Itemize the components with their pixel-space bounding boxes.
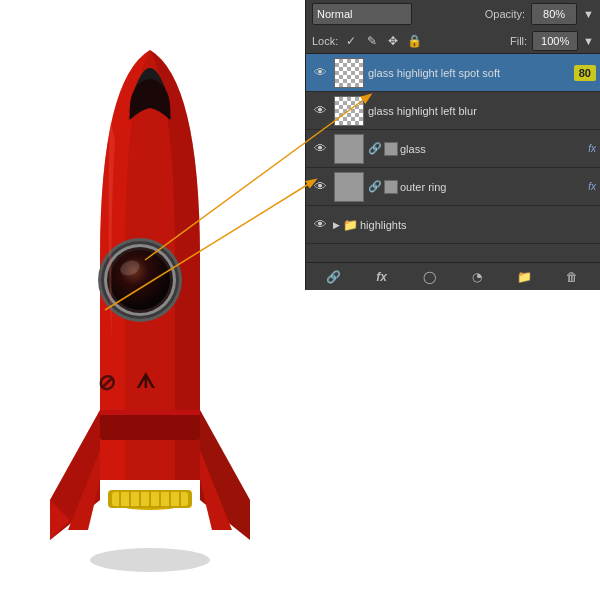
layer-row-highlights-folder[interactable]: 👁 ▶ 📁 highlights xyxy=(306,206,600,244)
fill-label: Fill: xyxy=(510,35,527,47)
fx-bottom-icon[interactable]: fx xyxy=(370,266,392,288)
blend-mode-select[interactable]: Normal Dissolve Multiply Screen xyxy=(312,3,412,25)
group-bottom-icon[interactable]: 📁 xyxy=(513,266,535,288)
layer-row-outer-ring[interactable]: 👁 🔗 outer ring fx xyxy=(306,168,600,206)
lock-check-icon[interactable]: ✓ xyxy=(343,33,359,49)
opacity-arrow[interactable]: ▼ xyxy=(583,8,594,20)
layer-name-3: glass xyxy=(400,143,584,155)
eye-icon-3[interactable]: 👁 xyxy=(310,139,330,159)
panel-topbar: Normal Dissolve Multiply Screen Opacity:… xyxy=(306,0,600,28)
layer-thumb-1 xyxy=(334,58,364,88)
svg-text:⊘: ⊘ xyxy=(96,370,116,395)
lock-padlock-icon[interactable]: 🔒 xyxy=(406,33,422,49)
mask-bottom-icon[interactable]: ◯ xyxy=(418,266,440,288)
adjustment-bottom-icon[interactable]: ◔ xyxy=(466,266,488,288)
layer-thumb-mask-4 xyxy=(384,180,398,194)
opacity-label: Opacity: xyxy=(485,8,525,20)
eye-icon-5[interactable]: 👁 xyxy=(310,215,330,235)
folder-icon-5: 📁 xyxy=(342,217,358,233)
layer-thumb-4 xyxy=(334,172,364,202)
opacity-input[interactable] xyxy=(531,3,577,25)
layer-name-2: glass highlight left blur xyxy=(368,105,596,117)
fx-label-3: fx xyxy=(588,143,596,154)
panel-bottombar: 🔗 fx ◯ ◔ 📁 🗑 xyxy=(306,262,600,290)
chain-icon-3: 🔗 xyxy=(368,139,382,159)
lock-brush-icon[interactable]: ✎ xyxy=(364,33,380,49)
svg-rect-2 xyxy=(100,410,200,415)
lock-label: Lock: xyxy=(312,35,338,47)
eye-icon-2[interactable]: 👁 xyxy=(310,101,330,121)
link-bottom-icon[interactable]: 🔗 xyxy=(323,266,345,288)
eye-icon-4[interactable]: 👁 xyxy=(310,177,330,197)
rocket-illustration: ⊘ ᗑ xyxy=(0,0,310,600)
trash-bottom-icon[interactable]: 🗑 xyxy=(561,266,583,288)
layer-row-glass-highlight-spot[interactable]: 👁 glass highlight left spot soft 80 xyxy=(306,54,600,92)
layer-thumb-2 xyxy=(334,96,364,126)
svg-text:ᗑ: ᗑ xyxy=(136,370,155,392)
layer-name-5: highlights xyxy=(360,219,596,231)
lock-move-icon[interactable]: ✥ xyxy=(385,33,401,49)
fx-label-4: fx xyxy=(588,181,596,192)
svg-point-17 xyxy=(110,250,170,310)
triangle-icon-5[interactable]: ▶ xyxy=(330,219,342,231)
layer-name-1: glass highlight left spot soft xyxy=(368,67,570,79)
layer-thumb-mask-3 xyxy=(384,142,398,156)
layer-name-4: outer ring xyxy=(400,181,584,193)
layer-row-glass[interactable]: 👁 🔗 glass fx xyxy=(306,130,600,168)
chain-icon-4: 🔗 xyxy=(368,177,382,197)
fill-input[interactable] xyxy=(532,31,578,51)
layers-panel: Normal Dissolve Multiply Screen Opacity:… xyxy=(305,0,600,290)
layer-badge-1: 80 xyxy=(574,65,596,81)
layer-row-glass-highlight-blur[interactable]: 👁 glass highlight left blur xyxy=(306,92,600,130)
eye-icon-1[interactable]: 👁 xyxy=(310,63,330,83)
svg-point-0 xyxy=(90,548,210,572)
panel-lockbar: Lock: ✓ ✎ ✥ 🔒 Fill: ▼ xyxy=(306,28,600,54)
fill-arrow[interactable]: ▼ xyxy=(583,35,594,47)
layer-thumb-3 xyxy=(334,134,364,164)
